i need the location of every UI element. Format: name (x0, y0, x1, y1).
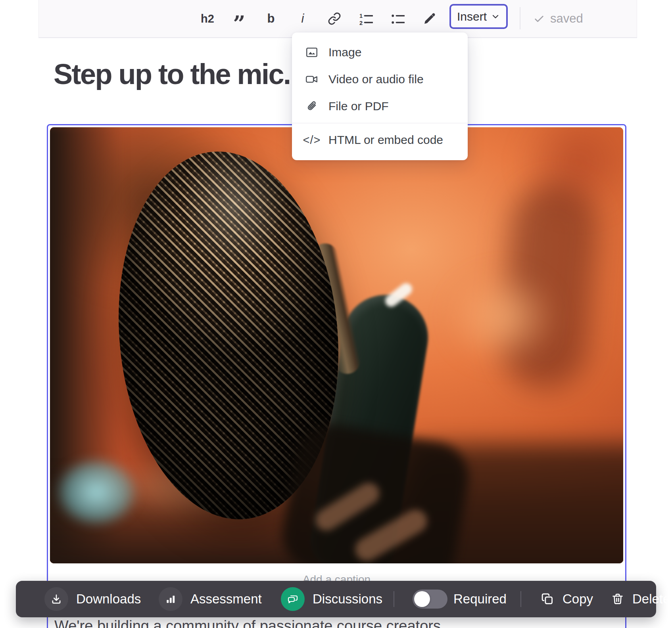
insert-button-label: Insert (457, 10, 487, 23)
insert-menu: Image Video or audio file File or PDF </… (292, 33, 468, 160)
ordered-list-icon: 1 2 (359, 12, 373, 25)
menu-item-label: File or PDF (328, 100, 389, 113)
menu-item-label: Video or audio file (328, 73, 424, 86)
bold-button[interactable]: b (262, 8, 280, 29)
bullet-list-button[interactable] (389, 8, 407, 29)
menu-item-embed[interactable]: </> HTML or embed code (292, 126, 468, 153)
required-label: Required (453, 581, 507, 617)
ordered-list-button[interactable]: 1 2 (357, 8, 375, 29)
discussions-label: Discussions (313, 592, 382, 607)
bullet-list-icon (391, 12, 405, 25)
delete-label: Delete (632, 592, 670, 607)
copy-label: Copy (563, 592, 593, 607)
menu-item-file[interactable]: File or PDF (292, 93, 468, 120)
video-icon (304, 73, 320, 86)
downloads-button[interactable]: Downloads (44, 581, 141, 617)
toggle-knob (414, 591, 430, 607)
menu-item-image[interactable]: Image (292, 39, 468, 66)
copy-button[interactable]: Copy (540, 581, 593, 617)
copy-icon (540, 592, 555, 606)
required-toggle[interactable] (413, 590, 447, 609)
downloads-label: Downloads (76, 592, 141, 607)
delete-button[interactable]: Delete (611, 581, 670, 617)
trash-icon (611, 592, 624, 606)
save-status: saved (534, 0, 583, 37)
chat-bubbles-icon (281, 587, 305, 611)
menu-separator (292, 123, 468, 123)
blockquote-button[interactable]: ” (230, 8, 248, 29)
svg-text:1: 1 (359, 13, 363, 19)
italic-button[interactable]: i (294, 8, 311, 29)
assessment-button[interactable]: Assessment (159, 581, 262, 617)
bar-chart-icon (159, 587, 182, 611)
toolbar-divider (520, 7, 520, 29)
check-icon (534, 13, 545, 24)
image-icon (304, 46, 320, 59)
code-icon: </> (304, 134, 320, 147)
insert-button[interactable]: Insert (449, 4, 508, 29)
menu-item-label: HTML or embed code (328, 133, 443, 147)
assessment-label: Assessment (190, 592, 262, 607)
paperclip-icon (304, 100, 320, 113)
menu-item-label: Image (328, 46, 361, 59)
block-toolbar-divider (394, 591, 394, 607)
lesson-title[interactable]: Step up to the mic... (54, 58, 304, 90)
download-icon (44, 587, 68, 611)
block-toolbar-divider (520, 591, 521, 607)
menu-item-video[interactable]: Video or audio file (292, 66, 468, 93)
microphone-image[interactable] (50, 127, 623, 563)
svg-text:2: 2 (359, 20, 363, 25)
link-icon (328, 12, 341, 25)
pencil-icon (423, 12, 436, 25)
link-button[interactable] (326, 8, 343, 29)
save-status-label: saved (550, 11, 583, 26)
discussions-button[interactable]: Discussions (281, 581, 382, 617)
block-toolbar: Downloads Assessment Discussions Require… (16, 581, 656, 617)
heading2-button[interactable]: h2 (199, 8, 216, 29)
highlight-button[interactable] (421, 8, 438, 29)
chevron-down-icon (491, 12, 500, 21)
